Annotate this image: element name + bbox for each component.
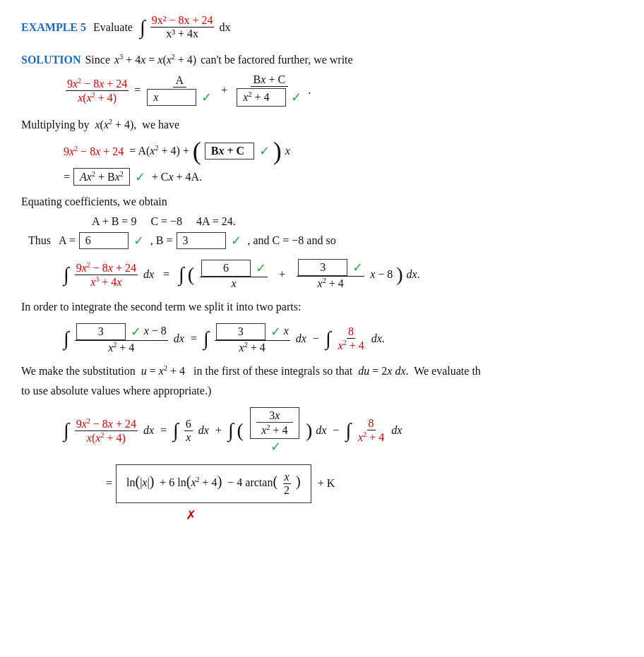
multiply-text: Multiplying by x(x2 + 4), we have [21,118,623,131]
check-3: ✓ [259,143,270,159]
BxC-box-group: Bx + C ✓ [205,143,270,159]
three-denom: x2 + 4 [316,277,345,290]
coefficients-row: A + B = 9 C = −8 4A = 24. [92,215,623,228]
integral-sign: ∫ [140,18,145,37]
BxC-label: Bx + C [251,73,288,87]
integral-sign-split3: ∫ [326,329,331,349]
close-paren-rhs: ) [396,265,402,284]
check-10: ✓ [270,325,281,339]
box-x[interactable]: x [147,89,196,106]
lhs-fraction: 9x2 − 8x + 24 x(x2 + 4) [66,77,129,105]
expanded-eq-row: 9x2 − 8x + 24 = A(x2 + 4) + ( Bx + C ✓ )… [64,138,623,164]
integral-sign-final: ∫ [64,421,69,440]
six-box-group: 6 ✓ x [198,260,270,290]
dx-main: dx [143,268,154,281]
box-x2-4[interactable]: x2 + 4 [237,88,286,106]
check-6: ✓ [231,233,242,248]
equals-sign: = [134,84,141,97]
A-label: A [173,74,187,88]
final-6x-numer: 6 [184,418,193,431]
equals-main: = [157,268,175,281]
Ax2Bx2-box-group: Ax2 + Bx2 ✓ [73,168,145,186]
solution-label: SOLUTION [21,54,80,66]
main-fraction-denom: x³ + 4x [165,28,200,40]
three-numer: 3 ✓ [297,259,364,277]
plus-final: + [213,424,225,437]
plus-rhs: + [273,268,291,281]
rest-expr: + Cx + 4A. [149,171,202,183]
box-3x-numer: 3x [269,409,280,421]
integral-sign-split2: ∫ [203,329,209,349]
dx-split-lhs: dx [174,332,184,345]
dx-split-rhs1: dx [296,332,306,345]
box-B-value[interactable]: 3 [177,232,226,249]
split-rhs1-denom: x2 + 4 [238,341,267,354]
cross-icon: ✗ [186,508,196,522]
final-6x-denom: x [184,431,192,444]
solution-header: SOLUTION Since x3 + 4x = x(x2 + 4) can't… [21,53,623,66]
dx-label: dx [219,21,230,34]
check-4: ✓ [135,169,145,185]
split-lhs-fraction: 3 ✓ x − 8 x2 + 4 [75,323,168,354]
integral-sign-final4: ∫ [345,421,351,440]
dx-final-3x: dx [316,424,326,437]
box-BxC[interactable]: Bx + C [205,143,254,159]
box-3x-final[interactable]: 3x x2 + 4 [250,407,299,438]
lhs-expr: 9x2 − 8x + 24 = A(x2 + 4) + [64,144,189,157]
equals-2: = [64,171,70,183]
final-answer-row: = ln(|x|) + 6 ln(x2 + 4) − 4 arctan( x 2… [106,464,623,503]
substitution-text: We make the substitution u = x2 + 4 in t… [21,364,623,378]
main-fraction-numer: 9x² − 8x + 24 [150,14,215,28]
final-answer-box: ln(|x|) + 6 ln(x2 + 4) − 4 arctan( x 2 ) [116,464,311,503]
equating-text: Equating coefficients, we obtain [21,195,623,208]
thus-text: Thus A = [28,234,76,247]
x-minus-8: x − 8 [370,268,393,281]
split-rhs2-numer: 8 [347,325,355,339]
open-paren: ( [193,138,201,164]
final-x2-numer: x [283,471,291,484]
six-numer: 6 ✓ [200,260,268,277]
equals-final-answer: = [106,477,112,490]
C-label-text: , and C = −8 and so [245,234,336,247]
cross-mark-row: ✗ [184,507,623,523]
check-5: ✓ [133,233,144,248]
box-6[interactable]: 6 [201,260,251,277]
plus-K: + K [315,477,335,490]
check-9: ✓ [131,325,141,339]
box-A-value[interactable]: 6 [79,232,129,249]
box-3x-separator [256,422,293,423]
split-rhs2-denom: x2 + 4 [337,339,366,352]
split-integral-row: ∫ 3 ✓ x − 8 x2 + 4 dx = ∫ 3 ✓ x x2 + 4 d… [64,323,623,354]
three-box-group: 3 ✓ x2 + 4 [294,259,366,290]
A-fraction: A x ✓ [144,74,215,107]
integral-sign-final3: ∫ [228,421,234,440]
final-x2-fraction: x 2 [282,471,291,497]
open-paren-rhs: ( [188,265,194,284]
dx-rhs: dx. [407,268,420,281]
box-Ax2Bx2[interactable]: Ax2 + Bx2 [73,168,130,186]
solution-text2: can't be factored further, we write [201,54,352,66]
plus-sign: + [221,84,227,97]
expr1: x3 + 4x = x(x2 + 4) [114,53,196,66]
main-int-numer: 9x2 − 8x + 24 [75,261,138,275]
period-1: . [308,84,311,97]
six-denom: x [230,277,238,290]
main-integral-row: ∫ 9x2 − 8x + 24 x3 + 4x dx = ∫ ( 6 ✓ x +… [64,259,623,290]
box-3-split[interactable]: 3 [76,323,126,340]
box-3[interactable]: 3 [298,259,347,276]
main-fraction: 9x² − 8x + 24 x³ + 4x [150,14,215,40]
final-6x-fraction: 6 x [184,418,193,444]
integral-expression: ∫ 9x² − 8x + 24 x³ + 4x dx [140,14,231,40]
A-value-group: 6 ✓ [79,232,144,249]
expanded-eq-row-2: = Ax2 + Bx2 ✓ + Cx + 4A. [64,168,623,186]
six-fraction: 6 ✓ x [200,260,268,290]
minus-final: − [330,424,342,437]
dx-final-8: dx [391,424,402,437]
check-8: ✓ [352,260,363,275]
open-paren-final: ( [237,421,244,440]
split-rhs1-numer: 3 ✓ x [215,323,290,341]
box-3-split2[interactable]: 3 [216,323,266,340]
box-3x-denom: x2 + 4 [261,424,287,436]
final-lhs-denom: x(x2 + 4) [85,431,127,445]
instruction-text: Evaluate [93,21,133,34]
